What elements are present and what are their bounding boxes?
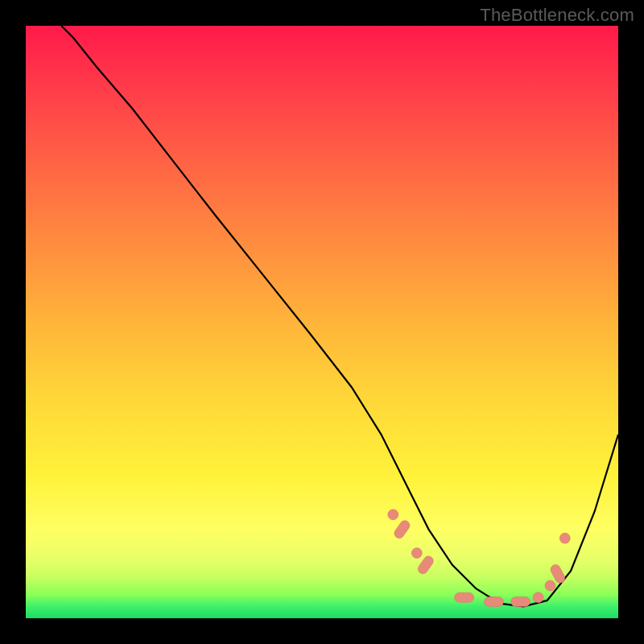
marker-dot — [533, 592, 543, 603]
marker-dot — [545, 580, 555, 591]
bottleneck-curve — [61, 26, 618, 606]
chart-plot-area — [26, 26, 618, 618]
marker-pill — [511, 597, 530, 606]
chart-overlay — [26, 26, 618, 618]
marker-dot — [411, 548, 422, 559]
data-markers — [388, 510, 571, 607]
marker-pill — [455, 592, 474, 602]
marker-dot — [388, 510, 398, 520]
marker-pill — [393, 518, 412, 540]
watermark-text: TheBottleneck.com — [480, 5, 634, 26]
marker-dot — [559, 533, 570, 543]
marker-pill — [484, 597, 503, 606]
